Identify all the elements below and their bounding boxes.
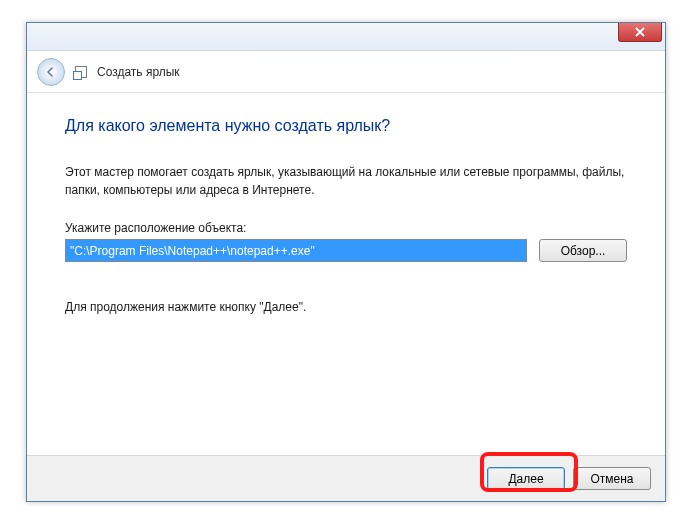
next-button[interactable]: Далее	[487, 467, 565, 490]
close-button[interactable]	[618, 23, 662, 42]
back-arrow-icon	[44, 65, 58, 79]
dialog-window: Создать ярлык Для какого элемента нужно …	[26, 22, 666, 502]
shortcut-icon	[73, 64, 89, 80]
continue-hint: Для продолжения нажмите кнопку "Далее".	[65, 300, 627, 314]
close-icon	[635, 27, 645, 37]
wizard-header: Создать ярлык	[27, 51, 665, 93]
header-title: Создать ярлык	[97, 65, 180, 79]
location-label: Укажите расположение объекта:	[65, 221, 627, 235]
page-title: Для какого элемента нужно создать ярлык?	[65, 117, 627, 135]
location-input[interactable]	[65, 239, 527, 262]
content-area: Для какого элемента нужно создать ярлык?…	[27, 93, 665, 314]
footer: Далее Отмена	[27, 455, 665, 501]
titlebar	[27, 23, 665, 51]
back-button[interactable]	[37, 58, 65, 86]
browse-button[interactable]: Обзор...	[539, 239, 627, 262]
cancel-button[interactable]: Отмена	[573, 467, 651, 490]
location-row: Обзор...	[65, 239, 627, 262]
description-text: Этот мастер помогает создать ярлык, указ…	[65, 163, 627, 199]
